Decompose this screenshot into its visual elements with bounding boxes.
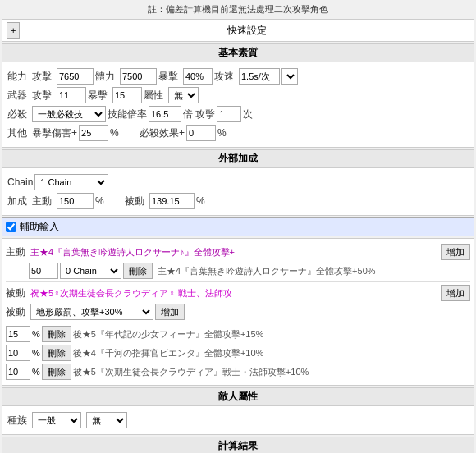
delete-buff-0-button[interactable]: 刪除 xyxy=(42,326,71,342)
assist-checkbox[interactable] xyxy=(6,222,16,232)
special-row: 必殺 一般必殺技 全體必殺技 技能倍率 倍 攻擊 次 xyxy=(7,106,469,122)
speed-select[interactable]: ▼ xyxy=(281,68,298,85)
chain-row: Chain 1 Chain 0 Chain 2 Chain 3 Chain xyxy=(7,174,469,190)
kill-eff-input[interactable] xyxy=(186,125,216,141)
passive2-label: 被動 xyxy=(6,305,29,319)
times-input[interactable] xyxy=(217,106,241,122)
buff-2-pct-unit: % xyxy=(32,367,40,377)
external-bonus-section: 外部加成 Chain 1 Chain 0 Chain 2 Chain 3 Cha… xyxy=(2,149,474,216)
buff-0-pct-unit: % xyxy=(32,329,40,339)
times-label: 倍 攻擊 xyxy=(183,108,215,121)
crit-input[interactable] xyxy=(183,68,213,85)
buff-1-pct-unit: % xyxy=(32,348,40,358)
active-main-label: 主動 xyxy=(6,245,29,259)
chain-label: Chain xyxy=(7,176,33,188)
other-label: 其他 xyxy=(7,126,30,140)
attr-select[interactable]: 無 火 水 xyxy=(86,412,127,428)
ability-label: 能力 xyxy=(7,70,30,84)
passive-bonus-unit: % xyxy=(196,195,219,207)
weapon-attr-select[interactable]: 無 火 水 xyxy=(168,87,199,103)
buff-0-effect: 後★5『年代記の少女フィーナ』全體攻擊+15% xyxy=(73,328,264,341)
delete-buff-2-button[interactable]: 刪除 xyxy=(42,364,71,380)
enemy-race-row: 種族 一般 獸人 魔族 無 火 水 xyxy=(7,412,469,428)
passive-main-label: 被動 xyxy=(6,286,29,300)
delete-buff-1-button[interactable]: 刪除 xyxy=(42,345,71,361)
active-chain-select[interactable]: 0 Chain 1 Chain 2 Chain xyxy=(60,263,121,279)
atk-input[interactable] xyxy=(57,68,94,85)
main-container: 註：偏差計算機目前還無法處理二次攻擊角色 + 快速設定 基本素質 能力 攻擊 體… xyxy=(0,0,476,453)
weapon-label: 武器 xyxy=(7,89,30,103)
times-unit: 次 xyxy=(243,108,266,121)
assist-checkbox-row: 輔助輸入 xyxy=(2,217,474,236)
speed-input[interactable] xyxy=(239,68,280,85)
special-label: 必殺 xyxy=(7,108,30,121)
basic-stats-section: 基本素質 能力 攻擊 體力 暴擊 攻速 ▼ xyxy=(2,43,474,148)
quick-setup-header: 快速設定 xyxy=(24,24,470,38)
speed-label: 攻速 xyxy=(214,70,237,84)
active-skill-value-input[interactable] xyxy=(29,263,58,279)
crit-label: 暴擊 xyxy=(158,70,181,84)
special-type-select[interactable]: 一般必殺技 全體必殺技 xyxy=(32,106,106,122)
other-row: 其他 暴擊傷害+ % 必殺效果+ % xyxy=(7,125,469,141)
passive-skill-text: 祝★5♀次期生徒会長クラウディア♀ 戦士、法師攻 xyxy=(30,287,439,300)
weapon-atk-label: 攻擊 xyxy=(32,89,55,103)
buff-1-pct-input[interactable] xyxy=(6,345,30,361)
assist-section: 主動 主★4『言葉無き吟遊詩人ロクサーナ♪』全體攻擊+ 增加 0 Chain 1… xyxy=(2,238,474,386)
weapon-crit-input[interactable] xyxy=(112,87,142,103)
kill-eff-unit: % xyxy=(217,127,240,139)
delete-active-button[interactable]: 刪除 xyxy=(123,263,153,279)
passive-bonus-input[interactable] xyxy=(149,193,195,209)
atk-label: 攻擊 xyxy=(32,70,55,84)
notice-text: 註：偏差計算機目前還無法處理二次攻擊角色 xyxy=(2,2,474,17)
active-bonus-unit: % xyxy=(95,195,118,207)
active-skill-text: 主★4『言葉無き吟遊詩人ロクサーナ♪』全體攻擊+ xyxy=(30,246,439,259)
weapon-crit-label: 暴擊 xyxy=(88,89,111,103)
add-active-button[interactable]: 增加 xyxy=(441,244,470,260)
weapon-attr-label: 屬性 xyxy=(144,89,167,103)
weapon-row: 武器 攻擊 暴擊 屬性 無 火 水 xyxy=(7,87,469,103)
hp-input[interactable] xyxy=(120,68,157,85)
passive2-header-row: 被動 地形嚴罰、攻擊+30% 增加 xyxy=(6,304,470,320)
passive-bonus-label: 被動 xyxy=(125,194,148,208)
weapon-atk-input[interactable] xyxy=(57,87,86,103)
buff-0-pct-input[interactable] xyxy=(6,326,30,342)
crit-dmg-input[interactable] xyxy=(79,125,108,141)
enemy-attr-header: 敵人屬性 xyxy=(2,388,474,406)
passive2-skill-select[interactable]: 地形嚴罰、攻擊+30% xyxy=(30,304,153,320)
bonus-label: 加成 xyxy=(7,194,30,208)
add-passive2-button[interactable]: 增加 xyxy=(155,304,185,320)
buff-2-pct-input[interactable] xyxy=(6,364,30,380)
active-skill-header-row: 主動 主★4『言葉無き吟遊詩人ロクサーナ♪』全體攻擊+ 增加 xyxy=(6,244,470,260)
crit-dmg-label: 暴擊傷害+ xyxy=(32,126,77,140)
calc-result-section: 計算結果 通常 攻擊： 1707 暴擊： 2904 (47.5%) DPS： 1… xyxy=(2,437,474,453)
race-label: 種族 xyxy=(7,414,30,428)
chain-select[interactable]: 1 Chain 0 Chain 2 Chain 3 Chain xyxy=(34,174,108,190)
crit-dmg-unit: % xyxy=(110,127,133,139)
buff-row-1: % 刪除 後★4『千河の指揮官ビエンタ』全體攻擊+10% xyxy=(6,345,470,361)
calc-result-header: 計算結果 xyxy=(2,437,474,453)
add-quick-button[interactable]: + xyxy=(7,22,20,39)
ability-row: 能力 攻擊 體力 暴擊 攻速 ▼ xyxy=(7,68,469,85)
kill-eff-label: 必殺效果+ xyxy=(140,126,185,140)
passive-skill-header-row: 被動 祝★5♀次期生徒会長クラウディア♀ 戦士、法師攻 增加 xyxy=(6,285,470,301)
skill-rate-input[interactable] xyxy=(149,106,181,122)
buff-row-2: % 刪除 被★5『次期生徒会長クラウディア』戦士・法師攻撃+10% xyxy=(6,364,470,380)
active-bonus-input[interactable] xyxy=(57,193,94,209)
buff-row-0: % 刪除 後★5『年代記の少女フィーナ』全體攻擊+15% xyxy=(6,326,470,342)
active-bonus-label: 主動 xyxy=(32,194,55,208)
active-skill-sub-row: 0 Chain 1 Chain 2 Chain 刪除 主★4『言葉無き吟遊詩人ロ… xyxy=(29,263,470,279)
active-effect-text: 主★4『言葉無き吟遊詩人ロクサーナ』全體攻擊+50% xyxy=(158,265,376,277)
basic-stats-header: 基本素質 xyxy=(2,44,474,62)
external-bonus-header: 外部加成 xyxy=(2,150,474,168)
hp-label: 體力 xyxy=(95,70,118,84)
enemy-attr-section: 敵人屬性 種族 一般 獸人 魔族 無 火 水 xyxy=(2,387,474,435)
assist-label: 輔助輸入 xyxy=(20,220,59,234)
quick-setup-section: + 快速設定 xyxy=(2,19,474,42)
add-passive-button[interactable]: 增加 xyxy=(441,285,470,301)
race-select[interactable]: 一般 獸人 魔族 xyxy=(32,412,81,428)
skill-rate-label: 技能倍率 xyxy=(108,108,147,121)
bonus-row: 加成 主動 % 被動 % xyxy=(7,193,469,209)
buff-1-effect: 後★4『千河の指揮官ビエンタ』全體攻擊+10% xyxy=(73,347,264,359)
buff-2-effect: 被★5『次期生徒会長クラウディア』戦士・法師攻撃+10% xyxy=(73,366,309,378)
